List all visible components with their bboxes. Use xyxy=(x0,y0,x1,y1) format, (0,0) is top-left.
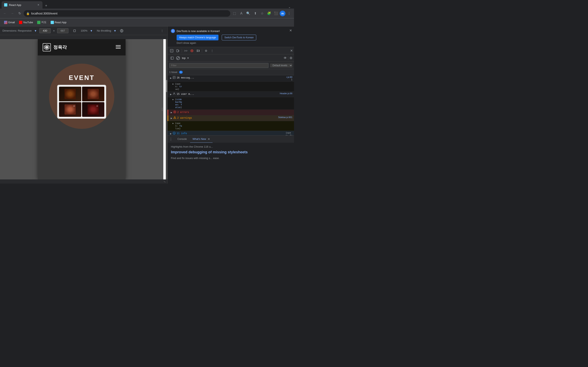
console-entry-warnings[interactable]: ▶ 2 warnings Sidebar.js:601 xyxy=(168,115,294,121)
right-edge xyxy=(163,39,167,179)
devtools-panel: i DevTools is now available in Korean! ✕… xyxy=(167,26,294,184)
cast-button[interactable]: ⬚ xyxy=(231,10,238,17)
tab-close-button[interactable]: ✕ xyxy=(37,3,40,7)
console-entry-errors[interactable]: ▶ 2 errors xyxy=(168,110,294,115)
console-tab-label: Console xyxy=(177,138,187,141)
resize-dot xyxy=(162,109,163,110)
bookmark-react[interactable]: React App xyxy=(49,20,68,25)
panel-more-button[interactable]: ⋮ xyxy=(169,137,173,141)
more-tools-button[interactable]: >> xyxy=(183,48,189,54)
tab-title: React App xyxy=(9,3,35,7)
dont-show-again-button[interactable]: Don't show again xyxy=(171,42,291,44)
expand-arrow-3[interactable]: ▶ xyxy=(170,111,173,114)
extensions-button[interactable]: 🧩 xyxy=(266,10,272,17)
bookmark-youtube[interactable]: YouTube xyxy=(17,20,35,25)
expand-arrow-4[interactable]: ▶ xyxy=(170,117,173,120)
notification-close-button[interactable]: ✕ xyxy=(289,29,292,33)
svg-rect-13 xyxy=(197,50,199,50)
inspect-element-button[interactable] xyxy=(169,48,174,54)
bookmark-button[interactable]: ☆ xyxy=(259,10,265,17)
log-levels-select[interactable]: Default levels xyxy=(270,63,292,67)
entry-right-5: {open: false} xyxy=(286,132,292,135)
product-item-1 xyxy=(59,87,81,101)
tab-restore-button[interactable]: ⌄ xyxy=(288,5,291,8)
issues-bar: 1 Issue: 1 xyxy=(168,69,294,75)
code-expand-1[interactable]: ▶ xyxy=(173,83,175,85)
zoom-button[interactable]: 🔍 xyxy=(245,10,251,17)
active-tab[interactable]: ⚛ React App ✕ xyxy=(2,1,43,8)
svg-rect-8 xyxy=(177,50,178,52)
forward-button[interactable]: → xyxy=(9,10,16,17)
source-selector[interactable]: top xyxy=(182,57,186,59)
customize-button[interactable]: ⋮ xyxy=(209,48,215,54)
devtools-close-button[interactable]: ✕ xyxy=(290,49,293,53)
source-dropdown-arrow[interactable]: ▼ xyxy=(187,57,189,59)
resize-handle[interactable] xyxy=(161,103,163,115)
issues-count-badge[interactable]: 1 xyxy=(179,71,183,74)
wn-article-title: Improved debugging of missing stylesheet… xyxy=(171,150,291,155)
switch-devtools-button[interactable]: Switch DevTools to Korean xyxy=(222,35,256,40)
bookmarks-bar: Gmail YouTube 지도 React App xyxy=(0,18,294,26)
new-tab-button[interactable]: + xyxy=(43,3,49,8)
devtools-button[interactable]: ⬛ xyxy=(273,10,279,17)
bottom-bar: ⤡ xyxy=(0,179,167,184)
eye-button[interactable]: 👁 xyxy=(284,56,287,60)
devtools-toolbar-1: >> ⚙ ⋮ ✕ xyxy=(168,47,294,54)
rotate-button[interactable] xyxy=(72,28,77,34)
product-item-3 xyxy=(59,102,81,117)
panel-tab-close-button[interactable]: ✕ xyxy=(208,137,210,141)
expand-arrow-5[interactable]: ▶ xyxy=(169,132,173,135)
profile-avatar[interactable]: m xyxy=(280,11,285,16)
scrollbar[interactable] xyxy=(166,39,167,179)
device-toolbar-button[interactable] xyxy=(175,48,181,54)
main-area: Dimensions: Responsive ▼ × 100% ▼ No thr… xyxy=(0,26,294,184)
console-entry-user[interactable]: ▶ 15 user m... Header.js:66 xyxy=(168,92,294,97)
settings-button[interactable]: ⚙ xyxy=(203,48,209,54)
share-button[interactable]: ⬆ xyxy=(252,10,259,17)
issues-label: 1 Issue: xyxy=(169,71,178,74)
expand-arrow-1[interactable]: ▶ xyxy=(169,76,173,80)
notification-title: DevTools is now available in Korean! xyxy=(177,30,220,33)
resize-dot xyxy=(162,110,163,111)
resize-dot xyxy=(162,108,163,108)
translate-button[interactable]: A xyxy=(238,10,245,17)
navigation-bar: ← → ↻ 🔒 localhost:3000/event ⬚ A 🔍 ⬆ ☆ 🧩… xyxy=(0,8,294,18)
svg-rect-7 xyxy=(170,49,173,52)
warnings-content: 2 warnings xyxy=(177,116,278,120)
stop-button[interactable] xyxy=(189,48,195,54)
whats-new-tab[interactable]: What's New ✕ xyxy=(190,136,213,143)
reload-button[interactable]: ↻ xyxy=(16,10,23,17)
format-button[interactable] xyxy=(195,48,201,54)
console-entry-info[interactable]: ▶ 11 info {open: false} xyxy=(168,131,294,135)
menu-button[interactable]: ⋮ xyxy=(286,10,292,17)
filter-input[interactable] xyxy=(169,63,268,68)
more-options-button[interactable]: ⋮ xyxy=(159,28,165,34)
console-entry-messages[interactable]: ▶ 16 messag... r.js:60 1 xyxy=(168,75,294,82)
scrollbar-thumb[interactable] xyxy=(166,80,167,92)
width-input[interactable] xyxy=(39,28,51,33)
svg-point-28 xyxy=(174,118,175,119)
console-settings-button[interactable]: ⚙ xyxy=(290,56,292,60)
bookmark-gmail[interactable]: Gmail xyxy=(2,20,17,25)
expand-arrow-2[interactable]: ▶ xyxy=(169,92,173,96)
maps-favicon xyxy=(37,21,40,24)
network-icon[interactable] xyxy=(119,28,125,34)
code-expand-4[interactable]: ▶ xyxy=(173,122,175,124)
event-circle: EVENT xyxy=(49,64,114,129)
height-input[interactable] xyxy=(57,28,68,33)
wn-article-desc: Find and fix issues with missing s... ea… xyxy=(171,156,291,160)
product-grid xyxy=(57,85,106,119)
bookmark-youtube-label: YouTube xyxy=(23,21,33,24)
console-entries: ▶ 16 messag... r.js:60 1 ▶ {ope n: xyxy=(168,75,294,135)
code-expand-2[interactable]: ▶ xyxy=(173,98,175,100)
match-language-button[interactable]: Always match Chrome's language xyxy=(177,35,218,40)
sidebar-toggle-button[interactable] xyxy=(169,55,175,61)
back-button[interactable]: ← xyxy=(2,10,8,17)
svg-point-23 xyxy=(174,93,175,94)
bookmark-maps[interactable]: 지도 xyxy=(35,20,48,25)
hamburger-menu[interactable] xyxy=(116,45,121,50)
messages-icon xyxy=(173,76,176,79)
address-bar[interactable]: 🔒 localhost:3000/event xyxy=(24,10,230,17)
console-tab[interactable]: Console xyxy=(175,136,189,143)
gmail-favicon xyxy=(4,21,7,24)
